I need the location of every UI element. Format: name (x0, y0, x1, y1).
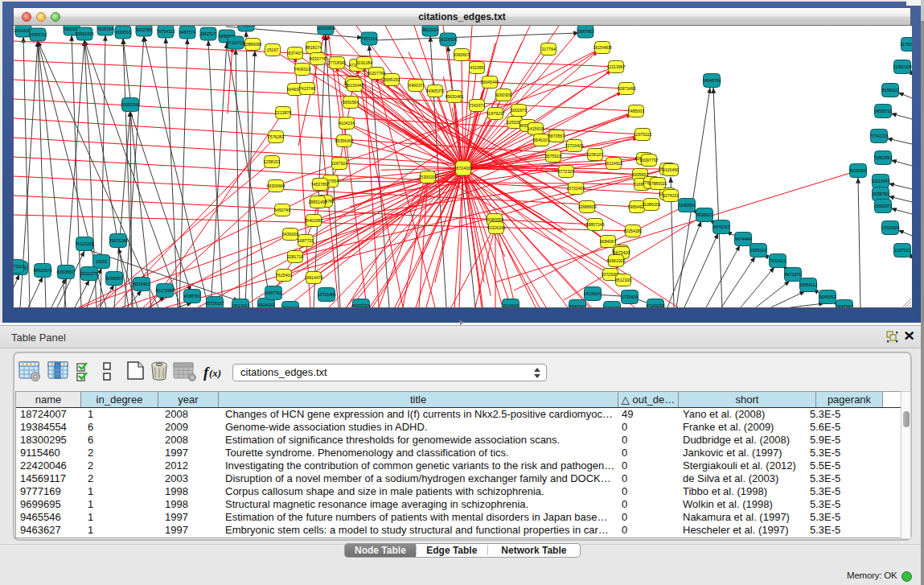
svg-text:7632621: 7632621 (770, 258, 786, 263)
svg-text:7576283: 7576283 (268, 134, 284, 139)
svg-text:72803852: 72803852 (873, 155, 892, 160)
svg-text:48620579: 48620579 (33, 268, 51, 273)
svg-text:2935114: 2935114 (750, 248, 766, 253)
svg-text:317764: 317764 (541, 47, 555, 51)
svg-text:8159013: 8159013 (882, 88, 898, 93)
svg-text:2987682: 2987682 (577, 29, 593, 34)
svg-text:85356068: 85356068 (335, 138, 353, 143)
svg-text:6691564: 6691564 (343, 100, 359, 105)
svg-text:49306668: 49306668 (266, 183, 285, 188)
svg-text:24273167: 24273167 (14, 264, 25, 269)
svg-text:80175989: 80175989 (155, 288, 174, 293)
svg-text:25300205: 25300205 (418, 175, 437, 179)
svg-text:61760313: 61760313 (900, 42, 912, 47)
svg-text:10654112: 10654112 (799, 282, 818, 287)
svg-text:14055712: 14055712 (28, 32, 47, 37)
svg-text:76122202: 76122202 (75, 241, 93, 246)
svg-text:18724007: 18724007 (454, 166, 472, 171)
svg-text:20097737: 20097737 (639, 158, 658, 163)
svg-text:17880021: 17880021 (648, 181, 667, 186)
svg-text:6565150: 6565150 (384, 77, 400, 82)
svg-text:9260309: 9260309 (495, 93, 511, 97)
svg-text:9487574: 9487574 (179, 30, 195, 35)
svg-text:18807249: 18807249 (585, 222, 604, 227)
svg-text:97465075: 97465075 (236, 26, 255, 27)
svg-text:8818174: 8818174 (306, 45, 322, 50)
svg-text:15720407: 15720407 (566, 186, 585, 191)
svg-text:4104234: 4104234 (339, 121, 355, 126)
svg-text:17016504: 17016504 (881, 225, 899, 230)
svg-text:16154808: 16154808 (593, 45, 611, 50)
svg-text:13613412: 13613412 (231, 303, 249, 307)
svg-text:1067924: 1067924 (331, 161, 347, 166)
svg-text:14914479: 14914479 (304, 275, 322, 280)
svg-text:2281718: 2281718 (287, 254, 303, 259)
svg-text:77718341: 77718341 (327, 60, 346, 65)
svg-text:65630481: 65630481 (445, 94, 463, 99)
svg-text:3191284: 3191284 (356, 60, 372, 65)
svg-text:7485003: 7485003 (628, 109, 644, 113)
svg-text:16210643: 16210643 (871, 179, 889, 183)
svg-text:7409319: 7409319 (294, 67, 310, 72)
svg-text:60207764: 60207764 (367, 71, 385, 76)
svg-text:14365370: 14365370 (425, 89, 444, 93)
svg-text:9245052: 9245052 (819, 295, 836, 299)
svg-text:8058887: 8058887 (106, 276, 122, 281)
svg-text:19218506: 19218506 (438, 37, 457, 42)
svg-text:640037: 640037 (409, 83, 422, 88)
svg-text:6002675: 6002675 (511, 108, 527, 113)
svg-text:57249208: 57249208 (646, 303, 664, 307)
svg-text:5873557: 5873557 (548, 134, 565, 138)
svg-text:74537838: 74537838 (310, 182, 329, 187)
svg-text:3274231: 3274231 (663, 193, 679, 198)
svg-text:6236107: 6236107 (587, 152, 603, 157)
svg-text:6546107: 6546107 (533, 138, 549, 142)
svg-text:10973493: 10973493 (617, 86, 635, 91)
svg-text:1687731: 1687731 (298, 238, 314, 243)
svg-text:1415618: 1415618 (528, 126, 544, 131)
svg-text:16033809: 16033809 (316, 26, 335, 31)
svg-text:9084067: 9084067 (600, 239, 616, 244)
svg-text:9115460: 9115460 (663, 167, 679, 172)
svg-text:84335326: 84335326 (351, 303, 370, 307)
svg-text:6439008: 6439008 (282, 232, 298, 237)
svg-text:13716485: 13716485 (317, 292, 335, 297)
svg-text:8215955: 8215955 (850, 168, 866, 173)
svg-text:1993518: 1993518 (115, 30, 131, 35)
svg-text:97114710: 97114710 (227, 40, 245, 45)
svg-text:82828807: 82828807 (56, 270, 75, 274)
svg-text:81086201: 81086201 (642, 202, 660, 207)
svg-text:12975115: 12975115 (634, 132, 652, 137)
svg-text:25167: 25167 (267, 47, 279, 52)
svg-text:20691406: 20691406 (75, 31, 93, 36)
svg-text:79754323: 79754323 (156, 29, 175, 34)
svg-text:7343373: 7343373 (469, 103, 485, 108)
svg-text:10688609: 10688609 (577, 204, 596, 209)
svg-text:4504000: 4504000 (258, 303, 274, 307)
svg-text:56130445: 56130445 (345, 83, 363, 88)
svg-text:18263: 18263 (96, 259, 108, 264)
svg-text:28831436: 28831436 (308, 200, 326, 204)
svg-text:16648764: 16648764 (702, 78, 721, 83)
svg-text:6360607: 6360607 (454, 52, 470, 57)
svg-text:15692971: 15692971 (873, 204, 892, 208)
svg-text:26114913: 26114913 (605, 161, 623, 166)
svg-text:7625402: 7625402 (276, 273, 292, 278)
svg-text:22470455: 22470455 (602, 306, 621, 307)
svg-text:59045440: 59045440 (480, 80, 499, 84)
svg-text:24595711: 24595711 (874, 109, 893, 113)
svg-text:9457791: 9457791 (265, 290, 281, 295)
svg-text:8471676: 8471676 (785, 272, 801, 277)
svg-text:837407: 837407 (288, 51, 302, 56)
svg-text:1862527: 1862527 (200, 31, 216, 36)
svg-text:21590109: 21590109 (893, 64, 911, 69)
svg-text:1167531: 1167531 (894, 248, 910, 253)
svg-text:8737167: 8737167 (282, 306, 298, 307)
svg-text:12213967: 12213967 (606, 64, 625, 69)
svg-text:2014620: 2014620 (503, 303, 519, 307)
svg-text:6849340: 6849340 (569, 304, 585, 307)
svg-text:82889093: 82889093 (243, 42, 261, 47)
svg-text:(x): (x) (209, 367, 221, 379)
svg-text:83726167: 83726167 (205, 301, 224, 306)
svg-text:1733426: 1733426 (622, 295, 638, 299)
